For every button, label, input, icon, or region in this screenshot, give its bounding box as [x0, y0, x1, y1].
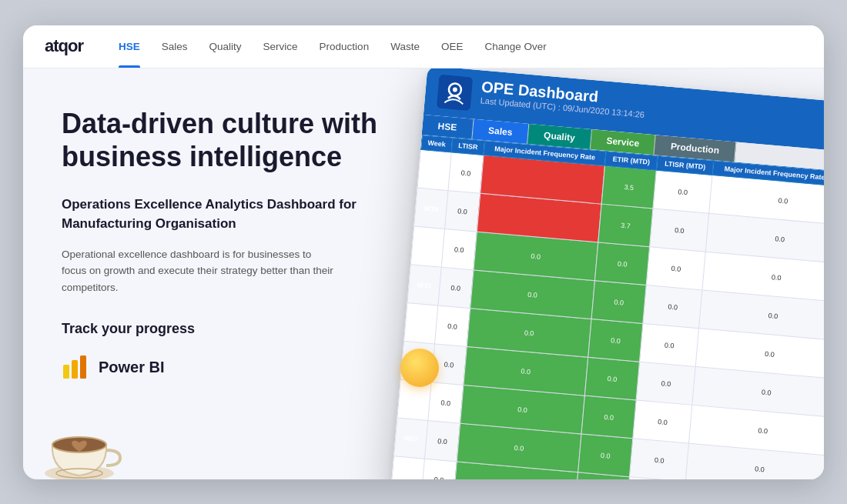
- dashboard-card: OPE Dashboard Last Updated (UTC) : 09/Ju…: [390, 68, 824, 479]
- svg-rect-3: [437, 74, 474, 111]
- nav-menu: HSE Sales Quality Service Production Was…: [108, 25, 557, 68]
- right-panel: OPE Dashboard Last Updated (UTC) : 09/Ju…: [385, 68, 824, 479]
- hero-subtitle: Operations Excellence Analytics Dashboar…: [62, 195, 385, 234]
- nav-item-hse[interactable]: HSE: [108, 25, 151, 68]
- hero-description: Operational excellence dashboard is for …: [62, 246, 339, 296]
- cell-etir: 0.0: [594, 242, 650, 285]
- powerbi-row: Power BI: [62, 354, 385, 382]
- main-card: atqor HSE Sales Quality Service Producti…: [23, 25, 824, 479]
- coffee-cup: [37, 402, 122, 479]
- cell-ltisr-mtd: 0.0: [637, 362, 696, 405]
- cell-week: W39: [414, 188, 448, 229]
- svg-rect-0: [63, 365, 69, 379]
- cell-week: W27: [394, 418, 428, 459]
- cell-ltisr: 0.0: [434, 305, 470, 346]
- cell-ltisr-mtd: 0.0: [630, 438, 689, 479]
- nav-item-quality[interactable]: Quality: [199, 25, 253, 68]
- nav-item-oee[interactable]: OEE: [430, 25, 474, 68]
- cell-week: W31: [407, 264, 441, 305]
- track-label: Track your progress: [62, 321, 385, 337]
- dashboard-icon: [437, 74, 474, 111]
- db-table-area: Week LTISR Major Incident Frequency Rate…: [390, 134, 824, 479]
- logo[interactable]: atqor: [45, 36, 83, 56]
- svg-rect-2: [80, 355, 86, 379]
- cell-etir: 0.0: [581, 396, 637, 439]
- cell-week: W28: [390, 456, 424, 479]
- svg-rect-1: [72, 360, 78, 379]
- powerbi-label: Power BI: [99, 359, 165, 376]
- main-table: Week LTISR Major Incident Frequency Rate…: [390, 134, 824, 479]
- cell-ltisr-mtd: 0.0: [647, 246, 706, 289]
- cell-ltisr-mtd: 0.0: [633, 400, 692, 443]
- hero-title: Data-driven culture with business intell…: [62, 107, 385, 173]
- powerbi-icon: [62, 354, 89, 382]
- cell-ltisr: 0.0: [444, 190, 480, 231]
- nav-item-sales[interactable]: Sales: [151, 25, 199, 68]
- cell-ltisr-mtd: 0.0: [650, 208, 709, 251]
- nav-item-production[interactable]: Production: [309, 25, 380, 68]
- cell-ltisr: 0.0: [424, 420, 460, 461]
- cell-ltisr-mtd: 0.0: [643, 285, 702, 328]
- yellow-bubble: [400, 349, 439, 387]
- nav-item-service[interactable]: Service: [253, 25, 309, 68]
- main-content: Data-driven culture with business intell…: [23, 68, 824, 479]
- cell-ltisr: 0.0: [438, 267, 474, 308]
- cell-etir: 0.0: [578, 433, 634, 476]
- navbar: atqor HSE Sales Quality Service Producti…: [23, 25, 824, 68]
- cell-ltisr: 0.0: [421, 459, 457, 479]
- cell-etir: 3.7: [598, 204, 654, 247]
- cell-ltisr-mtd: 0.0: [640, 323, 699, 366]
- cell-week: W24: [404, 302, 438, 343]
- cell-etir: 0.0: [588, 319, 644, 362]
- cell-etir: 0.0: [584, 357, 640, 400]
- cell-ltisr: 0.0: [428, 382, 464, 422]
- cell-ltisr: 0.0: [441, 229, 477, 269]
- nav-item-changeover[interactable]: Change Over: [474, 25, 557, 68]
- cell-etir: 0.0: [591, 280, 647, 323]
- cell-etir: 3.5: [601, 165, 657, 209]
- cell-week: W29: [417, 149, 451, 190]
- nav-item-waste[interactable]: Waste: [380, 25, 430, 68]
- cell-ltisr: 0.0: [448, 152, 484, 192]
- cell-week: W30: [410, 225, 444, 266]
- cell-ltisr-mtd: 0.0: [653, 170, 712, 213]
